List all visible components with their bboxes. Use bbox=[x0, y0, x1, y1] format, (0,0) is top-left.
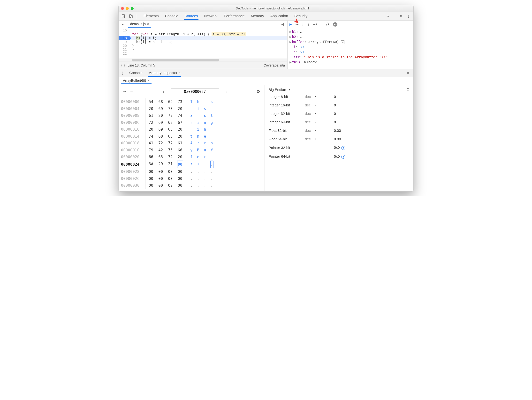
run-snippet-icon[interactable]: ▸| bbox=[280, 21, 286, 28]
mi-tabs: ArrayBuffer(60) × bbox=[119, 77, 413, 85]
code-editor[interactable]: 1617for (var i = str.length; i < n; ++i)… bbox=[119, 28, 287, 59]
pretty-print-icon[interactable]: { } bbox=[121, 63, 125, 67]
value-row: Pointer 32-bit0x0➜ bbox=[269, 145, 410, 150]
prev-page-icon[interactable]: ‹ bbox=[160, 90, 166, 94]
endian-select[interactable]: Big Endian▾ bbox=[269, 88, 290, 92]
window-title: DevTools - memory-inspector.glitch.me/de… bbox=[134, 7, 411, 10]
value-value: 0x0➜ bbox=[334, 145, 345, 150]
history-forward-icon[interactable]: ↷ bbox=[128, 90, 134, 94]
file-tabs: ▸| demo-js.js × ▸| bbox=[119, 21, 287, 28]
drawer-menu-icon[interactable]: ⋮ bbox=[121, 71, 124, 75]
close-icon[interactable]: × bbox=[178, 71, 181, 75]
follow-pointer-icon[interactable]: ➜ bbox=[341, 146, 345, 150]
value-label: Float 64-bit bbox=[269, 137, 305, 141]
horizontal-scrollbar[interactable] bbox=[119, 59, 287, 61]
tab-security[interactable]: Security bbox=[294, 12, 308, 20]
inspect-element-icon[interactable] bbox=[121, 13, 127, 19]
value-value: 0 bbox=[334, 111, 336, 116]
value-label: Integer 64-bit bbox=[269, 120, 305, 124]
value-mode-select[interactable]: dec▾ bbox=[305, 111, 334, 116]
value-label: Integer 16-bit bbox=[269, 103, 305, 107]
scope-var: n: 60 bbox=[289, 50, 411, 55]
tab-sources[interactable]: Sources bbox=[184, 12, 198, 20]
scope-var[interactable]: ▶b1: … bbox=[289, 29, 411, 34]
more-tabs-icon[interactable]: » bbox=[385, 13, 391, 19]
step-into-icon[interactable]: ↓ bbox=[302, 22, 304, 27]
nav-row: ↶ ↷ ‹ › ⟳ bbox=[121, 87, 262, 96]
minimize-window-icon[interactable] bbox=[126, 7, 129, 10]
devtools-window: DevTools - memory-inspector.glitch.me/de… bbox=[118, 5, 414, 192]
value-value: 0 bbox=[334, 120, 336, 124]
zoom-window-icon[interactable] bbox=[131, 7, 134, 10]
drawer-tab-console[interactable]: Console bbox=[129, 69, 143, 77]
close-icon[interactable]: × bbox=[147, 79, 149, 82]
value-mode-select[interactable]: dec▾ bbox=[305, 128, 334, 133]
pause-exceptions-icon[interactable]: ▮▮ bbox=[333, 22, 337, 27]
value-mode-select[interactable]: dec▾ bbox=[305, 95, 334, 99]
value-value: 0 bbox=[334, 103, 336, 107]
menu-icon[interactable]: ⋮ bbox=[405, 13, 411, 19]
refresh-icon[interactable]: ⟳ bbox=[256, 89, 262, 94]
drawer-tabs: ⋮ ConsoleMemory Inspector × ✕ bbox=[119, 69, 413, 77]
values-panel: Big Endian▾ ⚙ Integer 8-bitdec▾0Integer … bbox=[265, 85, 414, 191]
value-value: 0 bbox=[334, 95, 336, 99]
tab-performance[interactable]: Performance bbox=[223, 12, 245, 20]
address-input[interactable] bbox=[171, 88, 219, 95]
settings-icon[interactable]: ⚙ bbox=[398, 13, 404, 19]
file-tab[interactable]: demo-js.js × bbox=[128, 21, 151, 28]
drawer-tab-memory-inspector[interactable]: Memory Inspector × bbox=[148, 69, 181, 77]
close-drawer-icon[interactable]: ✕ bbox=[406, 71, 411, 75]
status-bar: { } Line 18, Column 5 Coverage: n/a bbox=[119, 61, 287, 69]
split-main: ▸| demo-js.js × ▸| 1617for (var i = str.… bbox=[119, 21, 413, 69]
value-label: Integer 32-bit bbox=[269, 111, 305, 116]
value-row: Float 32-bitdec▾0.00 bbox=[269, 128, 410, 133]
step-out-icon[interactable]: ↑ bbox=[307, 22, 310, 27]
reveal-in-memory-icon[interactable]: ⠿ bbox=[341, 40, 344, 44]
scope-var[interactable]: ▶buffer: ArrayBuffer(60) ⠿ bbox=[289, 39, 411, 44]
resume-icon[interactable]: ▶ bbox=[289, 22, 292, 27]
debugger-pane: ➤ ▶ ⤻ ↓ ↑ →• ⧸• ▮▮ ▶b1: … ▶b2: … ▶buffer… bbox=[288, 21, 413, 69]
main-toolbar: ElementsConsoleSourcesNetworkPerformance… bbox=[119, 12, 413, 21]
scope-var[interactable]: ▶this: Window bbox=[289, 60, 411, 65]
close-window-icon[interactable] bbox=[121, 7, 124, 10]
tab-elements[interactable]: Elements bbox=[143, 12, 159, 20]
scope-var[interactable]: ▶b2: … bbox=[289, 34, 411, 39]
tab-application[interactable]: Application bbox=[270, 12, 289, 20]
close-icon[interactable]: × bbox=[147, 22, 149, 26]
value-label: Pointer 32-bit bbox=[269, 146, 305, 150]
svg-rect-2 bbox=[131, 15, 132, 18]
step-icon[interactable]: →• bbox=[313, 22, 318, 27]
coverage-status: Coverage: n/a bbox=[264, 63, 285, 67]
value-label: Integer 8-bit bbox=[269, 95, 305, 99]
cursor-position: Line 18, Column 5 bbox=[128, 63, 155, 67]
scope-var: str: "This is a string in the ArrayBuffe… bbox=[289, 55, 411, 60]
value-row: Float 64-bitdec▾0.00 bbox=[269, 137, 410, 141]
tab-memory[interactable]: Memory bbox=[251, 12, 265, 20]
panel-tabs: ElementsConsoleSourcesNetworkPerformance… bbox=[143, 12, 384, 20]
value-row: Pointer 64-bit0x0➜ bbox=[269, 154, 410, 159]
file-name: demo-js.js bbox=[130, 22, 146, 26]
value-mode-select[interactable]: dec▾ bbox=[305, 137, 334, 141]
value-settings-icon[interactable]: ⚙ bbox=[406, 87, 410, 92]
value-row: Integer 16-bitdec▾0 bbox=[269, 103, 410, 107]
tab-console[interactable]: Console bbox=[165, 12, 179, 20]
value-row: Integer 64-bitdec▾0 bbox=[269, 120, 410, 124]
show-navigator-icon[interactable]: ▸| bbox=[120, 21, 126, 28]
mi-buffer-tab[interactable]: ArrayBuffer(60) × bbox=[121, 78, 152, 84]
value-row: Integer 32-bitdec▾0 bbox=[269, 111, 410, 116]
value-mode-select[interactable]: dec▾ bbox=[305, 103, 334, 107]
next-page-icon[interactable]: › bbox=[223, 90, 229, 94]
device-toggle-icon[interactable] bbox=[128, 13, 134, 19]
follow-pointer-icon[interactable]: ➜ bbox=[341, 155, 345, 159]
value-label: Float 32-bit bbox=[269, 128, 305, 133]
value-value: 0.00 bbox=[334, 137, 341, 141]
history-back-icon[interactable]: ↶ bbox=[122, 90, 127, 94]
tab-network[interactable]: Network bbox=[204, 12, 218, 20]
deactivate-breakpoints-icon[interactable]: ⧸• bbox=[326, 22, 330, 27]
step-over-icon[interactable]: ⤻ bbox=[295, 22, 298, 27]
traffic-lights bbox=[121, 7, 134, 10]
hex-grid[interactable]: 0000000054686973This0000000420697320 is … bbox=[121, 96, 262, 189]
value-mode-select[interactable]: dec▾ bbox=[305, 120, 334, 124]
value-value: 0x0➜ bbox=[334, 154, 345, 159]
scope-variables: ▶b1: … ▶b2: … ▶buffer: ArrayBuffer(60) ⠿… bbox=[288, 28, 413, 69]
